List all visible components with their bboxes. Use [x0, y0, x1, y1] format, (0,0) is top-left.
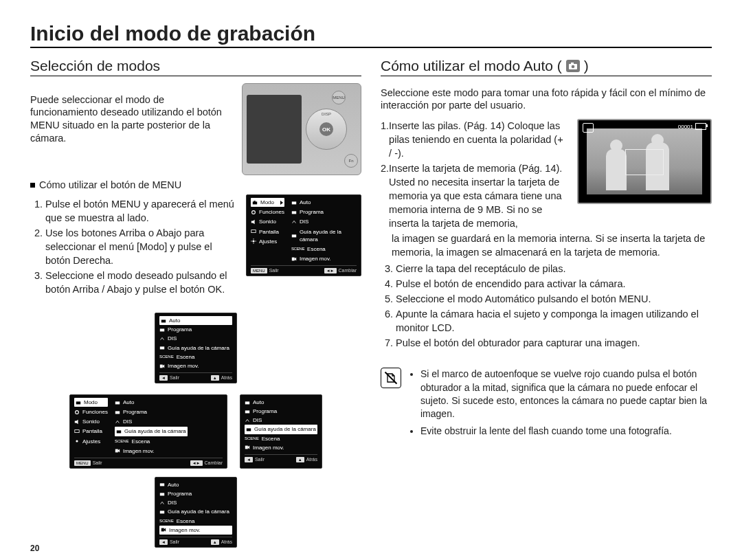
svg-rect-31 — [160, 484, 164, 486]
svg-rect-22 — [115, 411, 120, 414]
svg-marker-25 — [118, 449, 120, 453]
guide-icon — [159, 509, 165, 515]
movie-icon — [291, 256, 297, 262]
svg-rect-6 — [292, 201, 296, 204]
osd-modes-auto: Auto Programa DIS Guía ayuda de la cámar… — [155, 313, 237, 383]
ok-button-label: OK — [319, 122, 333, 136]
dis-icon — [115, 419, 120, 425]
svg-rect-16 — [76, 401, 80, 404]
menu-button: MENU — [332, 91, 346, 104]
svg-rect-19 — [75, 430, 79, 433]
osd-main-menu: Modo Funciones Sonido Pantalla Ajustes A… — [246, 194, 361, 276]
program-icon — [159, 327, 165, 333]
svg-rect-34 — [161, 528, 164, 532]
display-icon — [251, 229, 256, 234]
svg-point-2 — [252, 210, 256, 214]
settings-icon — [74, 438, 80, 444]
dis-icon — [159, 336, 165, 341]
page-title: Inicio del modo de grabación — [30, 22, 712, 48]
left-step-2: Use los botones Arriba o Abajo para sele… — [45, 226, 236, 267]
guide-icon — [246, 427, 251, 432]
hud-status: 00001 — [678, 123, 706, 130]
dpad-up-label: DISP — [322, 112, 331, 116]
svg-marker-3 — [251, 220, 255, 224]
note-2: Evite obstruir la lente del flash cuando… — [420, 425, 712, 438]
dis-icon — [245, 418, 250, 423]
svg-rect-0 — [253, 201, 257, 204]
dis-icon — [159, 500, 165, 506]
program-icon — [245, 409, 250, 414]
arrow-down-icon — [193, 469, 199, 473]
svg-rect-32 — [160, 493, 164, 495]
focus-bracket — [625, 149, 664, 175]
svg-rect-21 — [115, 401, 120, 404]
svg-marker-30 — [248, 446, 249, 449]
auto-icon — [161, 318, 166, 324]
sub-heading-menu-button: Cómo utilizar el botón de MENU — [30, 179, 361, 190]
osd-mode-sequence: Auto Programa DIS Guía ayuda de la cámar… — [30, 309, 361, 552]
movie-icon — [245, 445, 250, 450]
auto-mode-icon — [566, 60, 580, 72]
svg-rect-23 — [117, 430, 121, 433]
right-step-4: Pulse el botón de encendido para activar… — [396, 277, 712, 291]
svg-marker-10 — [295, 257, 296, 260]
note-1: Si el marco de autoenfoque se vuelve roj… — [420, 368, 712, 421]
right-steps-rest: Cierre la tapa del receptáculo de pilas.… — [381, 262, 712, 350]
auto-icon — [291, 200, 297, 205]
svg-rect-33 — [160, 511, 164, 513]
heading-modo-auto: Cómo utilizar el modo Auto ( ) — [381, 58, 712, 76]
svg-point-38 — [571, 65, 574, 69]
page-number: 20 — [30, 544, 39, 553]
left-step-3: Seleccione el modo deseado pulsando el b… — [45, 269, 236, 296]
osd-main-menu-2: Modo Funciones Sonido Pantalla Ajustes A… — [69, 394, 227, 469]
speaker-icon — [74, 419, 80, 425]
left-step-1: Pulse el botón MENU y aparecerá el menú … — [45, 197, 236, 225]
osd-modes-guide: Auto Programa DIS Guía ayuda de la cámar… — [240, 394, 322, 469]
arrow-up-icon — [193, 388, 199, 391]
program-icon — [115, 410, 120, 415]
svg-rect-26 — [245, 401, 249, 404]
svg-point-20 — [76, 440, 78, 443]
svg-rect-13 — [160, 347, 164, 350]
gear-icon — [74, 410, 80, 415]
svg-rect-27 — [245, 410, 249, 413]
right-step-2a: Inserte la tarjeta de memoria (Pág. 14).… — [389, 161, 567, 230]
heading-seleccion-modos: Selección de modos — [30, 58, 361, 76]
svg-rect-11 — [161, 320, 166, 322]
svg-rect-24 — [115, 449, 118, 453]
dpad: OK DISP — [306, 109, 347, 150]
svg-marker-15 — [163, 364, 164, 368]
camera-back-illustration: OK DISP MENU Fn — [242, 83, 361, 175]
gear-icon — [251, 210, 256, 215]
svg-rect-29 — [245, 446, 248, 449]
speaker-icon — [251, 219, 256, 225]
svg-rect-9 — [292, 257, 295, 260]
svg-rect-4 — [251, 230, 256, 233]
right-step-7: Pulse el botón del obturador para captur… — [396, 336, 712, 350]
left-steps: Pulse el botón MENU y aparecerá el menú … — [30, 197, 236, 298]
svg-rect-14 — [160, 364, 163, 368]
svg-rect-8 — [292, 234, 296, 237]
settings-icon — [251, 238, 256, 244]
intro-right: Seleccione este modo para tomar una foto… — [381, 87, 712, 113]
svg-marker-18 — [75, 420, 78, 424]
svg-rect-1 — [254, 201, 255, 202]
osd-modes-movie: Auto Programa DIS Guía ayuda de la cámar… — [155, 477, 237, 548]
svg-point-5 — [252, 240, 254, 243]
camera-icon — [252, 200, 258, 205]
subject-bride — [606, 149, 627, 190]
note-icon — [381, 368, 401, 388]
program-icon — [291, 210, 297, 215]
right-step-2b: la imagen se guardará en la memoria inte… — [392, 232, 712, 259]
right-step-3: Cierre la tapa del receptáculo de pilas. — [396, 262, 712, 276]
svg-rect-28 — [247, 428, 251, 431]
auto-icon — [115, 400, 120, 405]
movie-icon — [161, 527, 166, 533]
lcd-preview: 00001 — [577, 119, 712, 204]
auto-icon — [245, 400, 250, 405]
intro-left: Puede seleccionar el modo de funcionamie… — [30, 93, 234, 145]
auto-icon — [159, 482, 165, 487]
svg-marker-35 — [164, 528, 166, 532]
camera-rear-screen — [247, 95, 302, 164]
right-step-1: Inserte las pilas. (Pág. 14) Coloque las… — [389, 119, 567, 160]
